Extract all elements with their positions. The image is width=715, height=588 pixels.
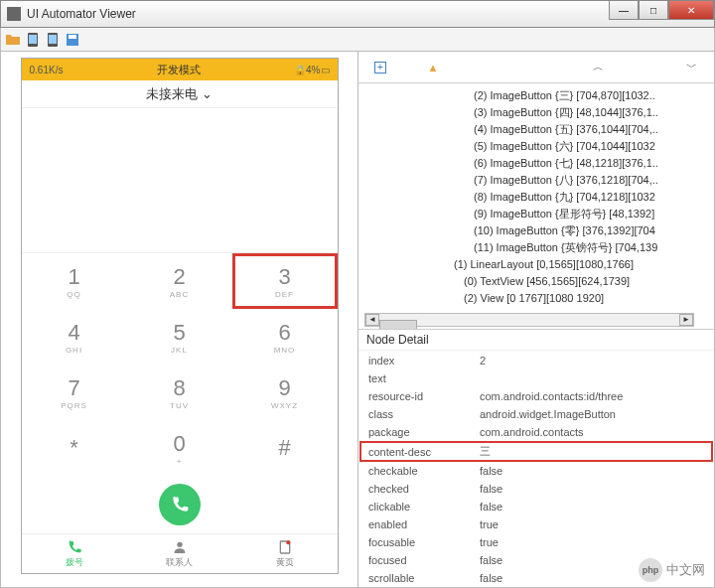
- dial-key-4[interactable]: 4GHI: [22, 309, 127, 365]
- svg-rect-3: [49, 35, 57, 44]
- tree-node[interactable]: (9) ImageButton {星形符号} [48,1392]: [364, 206, 708, 222]
- device-screenshot: 0.61K/s 开发模式 🔒 4% ▭ 未接来电 ⌄ 1QQ2ABC3DEF4G…: [21, 58, 339, 574]
- dial-key-*[interactable]: *: [22, 420, 127, 476]
- detail-table: index2textresource-idcom.android.contact…: [358, 351, 714, 587]
- detail-row-checkable[interactable]: checkablefalse: [360, 463, 712, 479]
- tree-toolbar: + ▲ ︿ ﹀: [358, 52, 714, 83]
- dial-key-7[interactable]: 7PQRS: [22, 365, 127, 420]
- dial-key-8[interactable]: 8TUV: [127, 365, 232, 420]
- detail-row-resource-id[interactable]: resource-idcom.android.contacts:id/three: [360, 388, 712, 404]
- window-title: UI Automator Viewer: [27, 7, 609, 21]
- phone-icon: [170, 495, 190, 514]
- dial-key-5[interactable]: 5JKL: [127, 309, 232, 365]
- expand-icon[interactable]: +: [374, 62, 386, 74]
- dial-key-3[interactable]: 3DEF: [232, 253, 338, 309]
- horizontal-scrollbar[interactable]: ◄►: [364, 313, 694, 327]
- svg-point-8: [286, 540, 290, 544]
- maximize-button[interactable]: □: [639, 0, 668, 20]
- open-icon[interactable]: [5, 32, 21, 48]
- device-icon[interactable]: [25, 32, 41, 48]
- tree-node[interactable]: (6) ImageButton {七} [48,1218][376,1..: [364, 155, 708, 172]
- svg-rect-5: [69, 35, 76, 39]
- page-title: 未接来电: [146, 85, 198, 103]
- chevron-down-icon: ⌄: [202, 86, 213, 101]
- watermark-text: 中文网: [666, 561, 705, 579]
- page-title-row: 未接来电 ⌄: [22, 80, 338, 108]
- hierarchy-tree[interactable]: (2) ImageButton {三} [704,870][1032..(3) …: [358, 83, 714, 329]
- php-logo-icon: php: [639, 558, 662, 582]
- tree-node[interactable]: (10) ImageButton {零} [376,1392][704: [364, 222, 708, 239]
- nav-up-icon[interactable]: ︿: [591, 61, 605, 74]
- app-icon: [7, 7, 21, 21]
- dial-key-1[interactable]: 1QQ: [22, 253, 127, 309]
- dial-key-#[interactable]: #: [232, 420, 338, 476]
- window-titlebar: UI Automator Viewer — □ ✕: [0, 0, 715, 28]
- tree-node[interactable]: (11) ImageButton {英镑符号} [704,139: [364, 239, 708, 256]
- watermark: php 中文网: [639, 558, 705, 582]
- status-bar: 0.61K/s 开发模式 🔒 4% ▭: [22, 59, 338, 80]
- dial-key-0[interactable]: 0+: [127, 420, 232, 476]
- status-battery: 4%: [306, 65, 320, 75]
- detail-row-clickable[interactable]: clickablefalse: [360, 499, 712, 514]
- dial-key-9[interactable]: 9WXYZ: [232, 365, 338, 420]
- node-detail-panel: Node Detail index2textresource-idcom.and…: [358, 329, 714, 587]
- tree-node[interactable]: (3) ImageButton {四} [48,1044][376,1..: [364, 104, 708, 121]
- tab-1[interactable]: 联系人: [127, 534, 232, 573]
- detail-row-package[interactable]: packagecom.android.contacts: [360, 424, 712, 440]
- status-mode: 开发模式: [63, 63, 294, 77]
- detail-row-text[interactable]: text: [360, 370, 712, 386]
- tree-node[interactable]: (4) ImageButton {五} [376,1044][704,..: [364, 121, 708, 138]
- bottom-tabs: 拨号联系人黄页: [22, 533, 338, 573]
- device2-icon[interactable]: [45, 32, 61, 48]
- call-button[interactable]: [159, 484, 201, 525]
- warning-icon[interactable]: ▲: [426, 61, 440, 74]
- toolbar: [0, 28, 715, 52]
- screenshot-pane: 0.61K/s 开发模式 🔒 4% ▭ 未接来电 ⌄ 1QQ2ABC3DEF4G…: [1, 52, 358, 587]
- detail-row-checked[interactable]: checkedfalse: [360, 481, 712, 497]
- detail-row-content-desc[interactable]: content-desc三: [360, 442, 712, 461]
- detail-row-focusable[interactable]: focusabletrue: [360, 534, 712, 550]
- tree-node[interactable]: (8) ImageButton {九} [704,1218][1032: [364, 189, 708, 206]
- status-speed: 0.61K/s: [30, 65, 64, 75]
- tab-2[interactable]: 黄页: [232, 534, 338, 573]
- tree-node[interactable]: (0) TextView [456,1565][624,1739]: [364, 273, 708, 290]
- svg-point-6: [177, 541, 182, 546]
- tree-node[interactable]: (5) ImageButton {六} [704,1044][1032: [364, 138, 708, 155]
- tree-node[interactable]: (7) ImageButton {八} [376,1218][704,..: [364, 172, 708, 189]
- dial-key-2[interactable]: 2ABC: [127, 253, 232, 309]
- dial-pad: 1QQ2ABC3DEF4GHI5JKL6MNO7PQRS8TUV9WXYZ*0+…: [22, 252, 338, 476]
- nav-down-icon[interactable]: ﹀: [684, 61, 698, 74]
- tree-node[interactable]: (1) LinearLayout [0,1565][1080,1766]: [364, 256, 708, 273]
- detail-row-class[interactable]: classandroid.widget.ImageButton: [360, 406, 712, 422]
- close-button[interactable]: ✕: [668, 0, 714, 20]
- dial-key-6[interactable]: 6MNO: [232, 309, 338, 365]
- tree-node[interactable]: (2) ImageButton {三} [704,870][1032..: [364, 87, 708, 104]
- detail-header: Node Detail: [358, 330, 714, 351]
- detail-row-index[interactable]: index2: [360, 353, 712, 368]
- svg-rect-1: [29, 35, 37, 44]
- save-icon[interactable]: [65, 32, 80, 48]
- tree-node[interactable]: (2) View [0 1767][1080 1920]: [364, 290, 708, 307]
- tab-0[interactable]: 拨号: [22, 534, 127, 573]
- minimize-button[interactable]: —: [609, 0, 639, 20]
- detail-row-enabled[interactable]: enabledtrue: [360, 516, 712, 532]
